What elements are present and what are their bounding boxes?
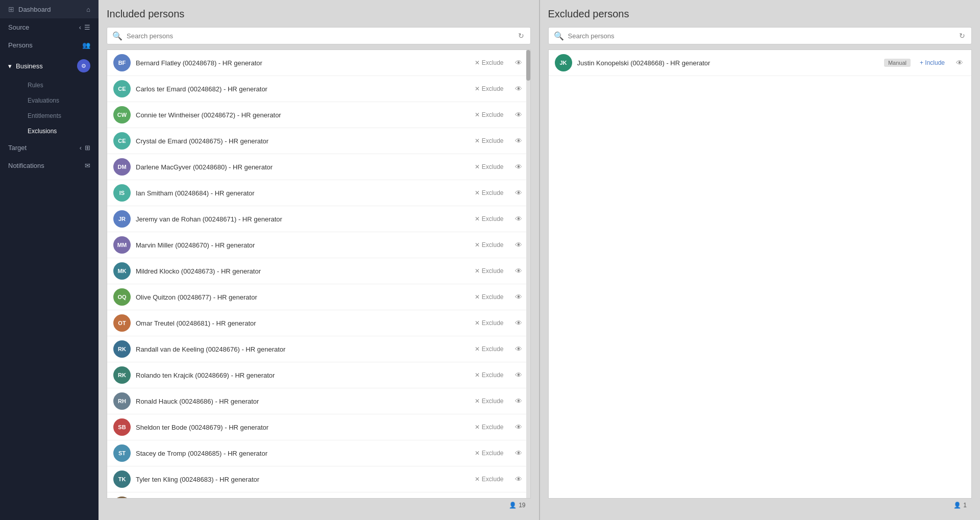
exclude-button[interactable]: ✕ Exclude <box>471 83 508 94</box>
view-button[interactable]: 👁 <box>513 447 524 459</box>
exclude-label: Exclude <box>482 293 504 301</box>
person-name: Olive Quitzon (00248677) - HR generator <box>136 293 465 301</box>
include-button[interactable]: + Include <box>916 57 949 68</box>
business-gear-button[interactable]: ⚙ <box>77 59 90 72</box>
avatar: RH <box>113 392 131 410</box>
included-person-row: DM Darlene MacGyver (00248680) - HR gene… <box>107 154 530 180</box>
view-button[interactable]: 👁 <box>513 291 524 303</box>
view-button[interactable]: 👁 <box>513 239 524 251</box>
view-button[interactable]: 👁 <box>513 317 524 329</box>
exclude-x-icon: ✕ <box>475 372 480 379</box>
excluded-person-list: JK Justin Konopelski (00248668) - HR gen… <box>548 49 972 499</box>
exclude-button[interactable]: ✕ Exclude <box>471 422 508 433</box>
exclude-button[interactable]: ✕ Exclude <box>471 109 508 120</box>
included-search-input[interactable] <box>127 32 513 40</box>
exclude-label: Exclude <box>482 476 504 483</box>
business-submenu: Rules Evaluations Entitlements Exclusion… <box>0 78 99 139</box>
excluded-count: 1 <box>963 502 967 509</box>
exclude-button[interactable]: ✕ Exclude <box>471 265 508 277</box>
included-person-row: CW Connie ter Wintheiser (00248672) - HR… <box>107 102 530 128</box>
exclude-button[interactable]: ✕ Exclude <box>471 161 508 172</box>
avatar: RK <box>113 340 131 358</box>
exclude-button[interactable]: ✕ Exclude <box>471 57 508 68</box>
sidebar-item-source[interactable]: Source ‹ ☰ <box>0 18 99 36</box>
source-list-icon: ☰ <box>84 23 90 31</box>
avatar: MK <box>113 262 131 280</box>
avatar: MM <box>113 236 131 254</box>
included-person-row: SB Sheldon ter Bode (00248679) - HR gene… <box>107 414 530 440</box>
view-button[interactable]: 👁 <box>513 395 524 407</box>
sidebar-item-business[interactable]: ▾ Business ⚙ <box>0 54 99 78</box>
exclude-x-icon: ✕ <box>475 241 480 249</box>
exclude-x-icon: ✕ <box>475 137 480 144</box>
avatar: DM <box>113 158 131 176</box>
person-name: Ronald Hauck (00248686) - HR generator <box>136 398 465 405</box>
exclude-button[interactable]: ✕ Exclude <box>471 187 508 199</box>
included-person-row: OT Omar Treutel (00248681) - HR generato… <box>107 310 530 336</box>
view-button[interactable]: 👁 <box>513 187 524 199</box>
exclude-button[interactable]: ✕ Exclude <box>471 213 508 225</box>
scrollbar-thumb[interactable] <box>526 50 530 81</box>
view-button[interactable]: 👁 <box>513 109 524 121</box>
view-button[interactable]: 👁 <box>513 473 524 485</box>
sidebar-item-notifications[interactable]: Notifications ✉ <box>0 157 99 175</box>
view-button[interactable]: 👁 <box>513 83 524 95</box>
person-name: Omar Treutel (00248681) - HR generator <box>136 319 465 327</box>
included-person-row: RH Ronald Hauck (00248686) - HR generato… <box>107 388 530 414</box>
exclude-button[interactable]: ✕ Exclude <box>471 369 508 381</box>
view-button[interactable]: 👁 <box>954 57 965 69</box>
sidebar-item-rules[interactable]: Rules <box>15 78 99 93</box>
avatar: JK <box>555 54 572 71</box>
sidebar-item-target[interactable]: Target ‹ ⊞ <box>0 139 99 157</box>
sidebar-item-persons[interactable]: Persons 👥 <box>0 36 99 54</box>
source-chevron-icon: ‹ <box>79 23 81 31</box>
target-chevron-icon: ‹ <box>80 144 82 152</box>
included-person-row: JR Jeremy van de Rohan (00248671) - HR g… <box>107 206 530 232</box>
exclude-x-icon: ✕ <box>475 319 480 327</box>
view-button[interactable]: 👁 <box>513 369 524 381</box>
exclude-button[interactable]: ✕ Exclude <box>471 135 508 146</box>
avatar: ST <box>113 444 131 462</box>
included-person-row: VA Victoria Auer (00248687) - HR generat… <box>107 492 530 499</box>
included-person-row: TK Tyler ten Kling (00248683) - HR gener… <box>107 466 530 492</box>
included-person-row: IS Ian Smitham (00248684) - HR generator… <box>107 180 530 206</box>
avatar: RK <box>113 366 131 384</box>
included-person-row: MK Mildred Klocko (00248673) - HR genera… <box>107 258 530 284</box>
exclude-button[interactable]: ✕ Exclude <box>471 291 508 303</box>
exclude-x-icon: ✕ <box>475 398 480 405</box>
sidebar-item-dashboard[interactable]: ⊞ Dashboard ⌂ <box>0 0 99 18</box>
excluded-title: Excluded persons <box>548 8 972 20</box>
view-button[interactable]: 👁 <box>513 265 524 277</box>
exclude-button[interactable]: ✕ Exclude <box>471 317 508 329</box>
sidebar-item-evaluations[interactable]: Evaluations <box>15 93 99 108</box>
exclude-x-icon: ✕ <box>475 59 480 66</box>
view-button[interactable]: 👁 <box>513 161 524 173</box>
view-button[interactable]: 👁 <box>513 135 524 147</box>
exclude-label: Exclude <box>482 189 504 196</box>
view-button[interactable]: 👁 <box>513 57 524 69</box>
sidebar-item-entitlements[interactable]: Entitlements <box>15 108 99 123</box>
person-name: Sheldon ter Bode (00248679) - HR generat… <box>136 424 465 431</box>
exclude-label: Exclude <box>482 372 504 379</box>
view-button[interactable]: 👁 <box>513 213 524 225</box>
exclude-button[interactable]: ✕ Exclude <box>471 395 508 407</box>
sidebar-label-business: Business <box>16 62 43 70</box>
sidebar-label-persons: Persons <box>8 41 33 49</box>
sidebar-item-exclusions[interactable]: Exclusions <box>15 123 99 139</box>
view-button[interactable]: 👁 <box>513 421 524 433</box>
avatar: OQ <box>113 288 131 306</box>
excluded-search-input[interactable] <box>568 32 954 40</box>
exclude-x-icon: ✕ <box>475 215 480 222</box>
business-chevron-icon: ▾ <box>8 62 12 70</box>
exclude-button[interactable]: ✕ Exclude <box>471 343 508 355</box>
included-refresh-button[interactable]: ↻ <box>517 31 525 41</box>
excluded-refresh-button[interactable]: ↻ <box>958 31 966 41</box>
exclude-button[interactable]: ✕ Exclude <box>471 239 508 251</box>
scrollbar-track[interactable] <box>526 50 530 498</box>
exclude-button[interactable]: ✕ Exclude <box>471 448 508 459</box>
exclude-x-icon: ✕ <box>475 293 480 301</box>
search-icon: 🔍 <box>112 31 122 41</box>
view-button[interactable]: 👁 <box>513 343 524 355</box>
excluded-footer: 👤 1 <box>548 499 972 512</box>
exclude-button[interactable]: ✕ Exclude <box>471 474 508 485</box>
